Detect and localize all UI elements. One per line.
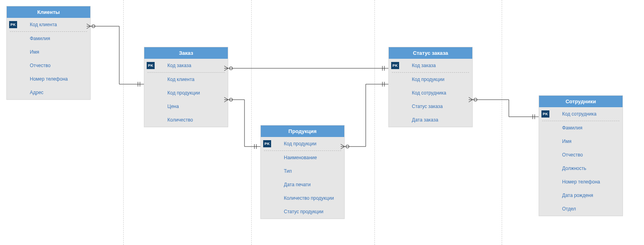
field-label: Статус заказа [412,104,443,109]
field: Имя [7,45,90,59]
field-label: Количество [167,117,193,123]
field: Статус заказа [389,100,472,113]
pk-badge: PK [391,62,399,69]
field: Дата печати [261,178,344,191]
entity-title: Заказ [144,47,228,59]
field: Тип [261,164,344,178]
field-label: Должность [562,166,586,171]
field: Отчество [539,148,623,162]
rel-product-status [341,82,388,149]
field: Дата рожденя [539,189,623,202]
field-label: Наименование [284,155,317,160]
entity-employees[interactable]: Сотрудники PK Код сотрудника Фамилия Имя… [539,95,623,216]
field-label: Фамилия [30,36,50,41]
pk-badge: PK [147,62,155,69]
field-pk: PK Код заказа [144,59,228,72]
field: Количество [144,113,228,127]
field: Отдел [539,202,623,216]
field: Фамилия [7,32,90,45]
field-label: Код клиента [30,22,57,27]
lane-divider [374,0,375,245]
field-pk: PK Код заказа [389,59,472,72]
field: Статус продукции [261,205,344,218]
pk-badge: PK [9,21,17,28]
entity-title: Сотрудники [539,96,623,107]
entity-order[interactable]: Заказ PK Код заказа Код клиента Код прод… [144,47,228,127]
rel-status-employees [469,97,539,119]
field: Код сотрудника [389,86,472,100]
lane-divider [502,0,502,245]
field-label: Цена [167,104,179,109]
field-label: Номер телефона [562,179,600,185]
field: Цена [144,100,228,113]
svg-point-9 [229,67,233,70]
field-label: Код продукции [412,77,444,82]
pk-badge: PK [541,110,549,118]
svg-point-3 [92,25,95,28]
lane-divider [123,0,124,245]
field: Номер телефона [539,175,623,189]
pk-badge: PK [263,140,271,147]
field-label: Статус продукции [284,209,323,214]
field-label: Код сотрудника [412,90,446,96]
field: Должность [539,162,623,175]
svg-point-15 [229,98,233,101]
entity-title: Клиенты [7,6,90,18]
field-label: Дата рожденя [562,193,593,198]
field: Имя [539,135,623,148]
field-pk: PK Код продукции [261,137,344,150]
field: Дата заказа [389,113,472,127]
rel-order-status [224,66,388,71]
field-label: Дата заказа [412,117,438,123]
field: Код продукции [144,86,228,100]
entity-title: Продукция [261,125,344,137]
field-label: Фамилия [562,125,582,131]
field-label: Имя [30,49,39,55]
field-label: Адрес [30,90,43,95]
field-label: Номер телефона [30,76,68,82]
field-label: Отдел [562,206,576,212]
svg-point-27 [474,98,477,101]
field-label: Количество продукции [284,195,334,201]
field-label: Код заказа [167,63,191,68]
field-label: Код продукции [284,141,316,147]
entity-product[interactable]: Продукция PK Код продукции Наименование … [260,125,345,219]
field: Номер телефона [7,72,90,86]
svg-point-21 [346,145,349,148]
field-label: Имя [562,139,571,144]
field: Код продукции [389,73,472,86]
rel-order-product [224,97,260,149]
field-pk: PK Код сотрудника [539,107,623,121]
entity-clients[interactable]: Клиенты PK Код клиента Фамилия Имя Отчес… [6,6,91,100]
field-pk: PK Код клиента [7,18,90,31]
field-label: Код клиента [167,77,194,82]
field: Код клиента [144,73,228,86]
field-label: Код сотрудника [562,111,596,117]
entity-status[interactable]: Статус заказа PK Код заказа Код продукци… [388,47,473,127]
field-label: Код продукции [167,90,200,96]
er-diagram-canvas: Клиенты PK Код клиента Фамилия Имя Отчес… [0,0,644,245]
field-label: Код заказа [412,63,436,68]
field-label: Дата печати [284,182,311,187]
entity-title: Статус заказа [389,47,472,59]
rel-clients-order [87,24,144,87]
field: Отчество [7,59,90,72]
lane-divider [251,0,252,245]
field-label: Отчество [562,152,583,158]
field: Адрес [7,86,90,99]
field-label: Тип [284,168,292,174]
field-label: Отчество [30,63,50,68]
field: Фамилия [539,121,623,135]
field: Наименование [261,151,344,164]
field: Количество продукции [261,191,344,205]
